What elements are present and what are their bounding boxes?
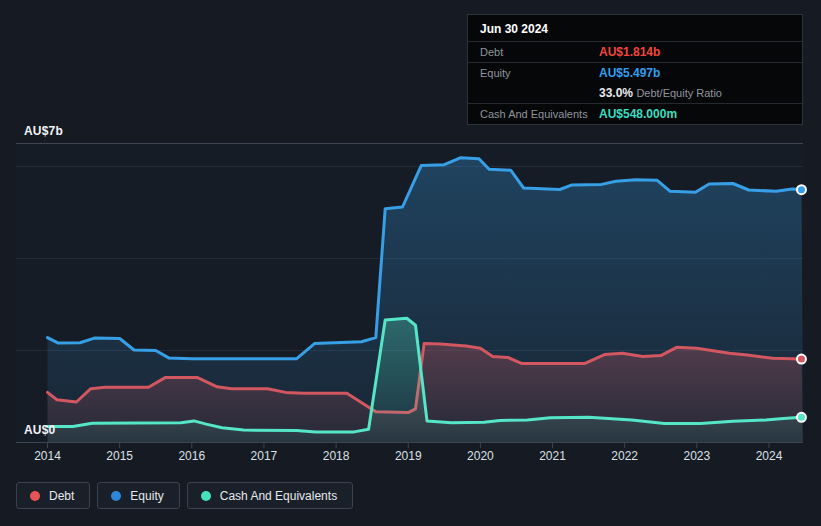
x-tick-label: 2018	[323, 449, 350, 463]
tooltip-equity-label: Equity	[480, 67, 599, 79]
legend-label: Debt	[49, 489, 74, 503]
cash-end-marker	[797, 413, 806, 422]
x-tick-label: 2023	[683, 449, 710, 463]
x-tick-label: 2022	[611, 449, 638, 463]
legend: DebtEquityCash And Equivalents	[16, 482, 353, 509]
y-axis-zero-label: AU$0	[24, 423, 55, 437]
tooltip-cash-label: Cash And Equivalents	[480, 108, 599, 120]
tooltip-debt-value: AU$1.814b	[599, 45, 660, 59]
x-tick-label: 2021	[539, 449, 566, 463]
equity-end-marker	[797, 185, 806, 194]
tooltip-cash-value: AU$548.000m	[599, 107, 677, 121]
x-tick-label: 2014	[34, 449, 61, 463]
tooltip-ratio-label: Debt/Equity Ratio	[636, 87, 722, 99]
tooltip-debt-row: Debt AU$1.814b	[468, 42, 802, 63]
tooltip-ratio-value: 33.0% Debt/Equity Ratio	[599, 86, 722, 100]
debt-end-marker	[797, 355, 806, 364]
tooltip: Jun 30 2024 Debt AU$1.814b Equity AU$5.4…	[467, 14, 803, 125]
x-tick-label: 2019	[395, 449, 422, 463]
x-axis: 2014201520162017201820192020202120222023…	[16, 443, 803, 464]
legend-label: Cash And Equivalents	[220, 489, 337, 503]
x-tick-label: 2024	[756, 449, 783, 463]
legend-label: Equity	[130, 489, 163, 503]
equity-swatch-icon	[111, 491, 121, 501]
tooltip-ratio-row: 33.0% Debt/Equity Ratio	[468, 83, 802, 104]
legend-item-cash-and-equivalents[interactable]: Cash And Equivalents	[187, 482, 353, 509]
cash-and-equivalents-swatch-icon	[201, 491, 211, 501]
tooltip-equity-value: AU$5.497b	[599, 66, 660, 80]
tooltip-debt-label: Debt	[480, 46, 599, 58]
tooltip-equity-row: Equity AU$5.497b	[468, 63, 802, 83]
tooltip-date: Jun 30 2024	[468, 15, 802, 42]
tooltip-cash-row: Cash And Equivalents AU$548.000m	[468, 104, 802, 124]
x-tick-label: 2016	[178, 449, 205, 463]
y-axis-max-label: AU$7b	[24, 124, 63, 138]
x-tick-label: 2015	[106, 449, 133, 463]
x-tick-label: 2017	[251, 449, 278, 463]
legend-item-debt[interactable]: Debt	[16, 482, 90, 509]
debt-equity-history-panel: 2014201520162017201820192020202120222023…	[0, 0, 821, 526]
x-tick-label: 2020	[467, 449, 494, 463]
debt-swatch-icon	[30, 491, 40, 501]
legend-item-equity[interactable]: Equity	[97, 482, 179, 509]
